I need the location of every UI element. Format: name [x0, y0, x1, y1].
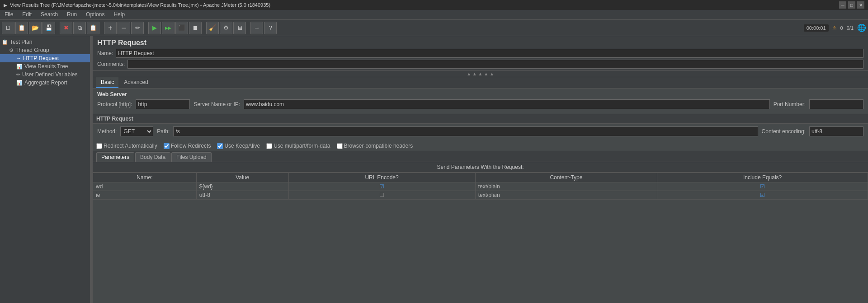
view-results-tree-label: View Results Tree: [24, 63, 68, 70]
start-no-pause-button[interactable]: ▶▶: [162, 22, 175, 34]
multipart-cb[interactable]: Use multipart/form-data: [266, 143, 330, 149]
open-button[interactable]: 📂: [29, 22, 42, 34]
page-title: HTTP Request: [97, 39, 863, 47]
menu-item-options[interactable]: Options: [81, 10, 109, 19]
user-defined-variables-icon: ✏: [16, 72, 20, 78]
checkbox-row: Redirect Automatically Follow Redirects …: [93, 141, 868, 151]
name-label: Name:: [97, 50, 113, 56]
menu-item-file[interactable]: File: [0, 10, 18, 19]
params-tab-files[interactable]: Files Upload: [171, 152, 212, 162]
redirect-auto-cb[interactable]: Redirect Automatically: [96, 143, 157, 149]
server-name-input[interactable]: [244, 99, 770, 109]
new-button[interactable]: 🗋: [2, 22, 14, 34]
follow-redirects-cb[interactable]: Follow Redirects: [164, 143, 211, 149]
follow-redirects-checkbox[interactable]: [164, 143, 170, 149]
http-request-label: HTTP Request: [23, 55, 59, 61]
open-templates-button[interactable]: 📋: [15, 22, 28, 34]
port-label: Port Number:: [774, 101, 806, 107]
params-tab-parameters[interactable]: Parameters: [96, 152, 134, 162]
method-select[interactable]: GET POST PUT DELETE: [120, 126, 153, 136]
elapsed-time: 00:00:01: [804, 24, 829, 32]
content-header: HTTP Request Name: Comments:: [93, 36, 868, 71]
sidebar-item-user-defined-variables[interactable]: ✏User Defined Variables: [0, 70, 90, 79]
test-count: 0/1: [847, 25, 854, 31]
start-button[interactable]: ▶: [148, 22, 161, 34]
http-request-subsection-title: HTTP Request: [93, 114, 868, 124]
content-panel: HTTP Request Name: Comments: ▲ ▲ ▲ ▲ ▲ B…: [93, 36, 868, 303]
path-label: Path:: [157, 128, 170, 135]
info-button[interactable]: ?: [264, 22, 277, 34]
sidebar-item-http-request[interactable]: →HTTP Request: [0, 54, 90, 62]
paste-button[interactable]: 📋: [87, 22, 99, 34]
col-include-equals: Include Equals?: [657, 173, 868, 182]
table-row: ieutf-8☐text/plain☑: [93, 191, 868, 200]
remove-button[interactable]: ─: [118, 22, 130, 34]
browser-headers-checkbox[interactable]: [337, 143, 343, 149]
multipart-checkbox[interactable]: [266, 143, 272, 149]
save-button[interactable]: 💾: [42, 22, 55, 34]
restore-button[interactable]: □: [848, 1, 855, 9]
protocol-label: Protocol [http]:: [97, 101, 132, 107]
params-table: Name: Value URL Encode? Content-Type Inc…: [93, 172, 868, 200]
menubar: FileEditSearchRunOptionsHelp: [0, 10, 868, 20]
comments-row: Comments:: [97, 60, 863, 69]
close-button[interactable]: ✕: [857, 1, 864, 9]
port-input[interactable]: [809, 99, 863, 109]
app-icon: ▶: [4, 3, 7, 8]
sidebar-item-test-plan[interactable]: 📋Test Plan: [0, 38, 90, 46]
aggregate-report-icon: 📊: [16, 80, 23, 86]
test-plan-label: Test Plan: [10, 39, 32, 45]
col-content-type: Content-Type: [475, 173, 657, 182]
tab-basic[interactable]: Basic: [96, 77, 118, 88]
name-row: Name:: [97, 49, 863, 58]
titlebar: ▶ View Results Tree (F:\JMeter\apache-jm…: [0, 0, 868, 10]
arrow-button[interactable]: →: [250, 22, 263, 34]
remote-button[interactable]: 🖥: [233, 22, 246, 34]
menu-item-search[interactable]: Search: [36, 10, 62, 19]
edit-button[interactable]: ✏: [131, 22, 144, 34]
menu-item-help[interactable]: Help: [109, 10, 129, 19]
method-path-row: Method: GET POST PUT DELETE Path: Conten…: [97, 126, 863, 136]
tab-advanced[interactable]: Advanced: [119, 77, 152, 88]
name-input[interactable]: [116, 49, 863, 58]
merge-button[interactable]: ⚙: [220, 22, 232, 34]
broom-button[interactable]: 🧹: [206, 22, 219, 34]
stop-button[interactable]: ✖: [60, 22, 72, 34]
test-plan-icon: 📋: [2, 39, 8, 45]
sidebar-item-view-results-tree[interactable]: 📊View Results Tree: [0, 62, 90, 70]
browser-headers-cb[interactable]: Browser-compatible headers: [337, 143, 413, 149]
server-label: Server Name or IP:: [193, 101, 240, 107]
comments-input[interactable]: [127, 60, 863, 69]
menu-item-run[interactable]: Run: [62, 10, 81, 19]
add-button[interactable]: +: [104, 22, 117, 34]
sidebar: 📋Test Plan⚙Thread Group→HTTP Request📊Vie…: [0, 36, 90, 303]
toolbar: 🗋 📋 📂 💾 ✖ ⧉ 📋 + ─ ✏ ▶ ▶▶ ⬛ ⏹ 🧹 ⚙ 🖥 → ? 0…: [0, 20, 868, 36]
encoding-label: Content encoding:: [762, 128, 806, 135]
scroll-up-icon: ▲ ▲ ▲ ▲ ▲: [467, 71, 494, 76]
menu-item-edit[interactable]: Edit: [18, 10, 36, 19]
main-layout: 📋Test Plan⚙Thread Group→HTTP Request📊Vie…: [0, 36, 868, 303]
redirect-auto-checkbox[interactable]: [96, 143, 102, 149]
params-tab-body[interactable]: Body Data: [135, 152, 170, 162]
window-controls: ─ □ ✕: [839, 1, 864, 9]
keepalive-checkbox[interactable]: [217, 143, 223, 149]
col-name: Name:: [93, 173, 197, 182]
path-input[interactable]: [173, 126, 758, 136]
warning-count: 0: [840, 25, 843, 31]
http-request-section: Method: GET POST PUT DELETE Path: Conten…: [93, 124, 868, 141]
copy-button[interactable]: ⧉: [73, 22, 86, 34]
encoding-input[interactable]: [809, 126, 863, 136]
thread-group-label: Thread Group: [15, 47, 49, 53]
shutdown-button[interactable]: ⏹: [189, 22, 202, 34]
stop-all-button[interactable]: ⬛: [175, 22, 188, 34]
table-row: wd${wd}☑text/plain☑: [93, 182, 868, 191]
globe-icon[interactable]: 🌐: [857, 23, 866, 32]
scroll-indicator: ▲ ▲ ▲ ▲ ▲: [93, 71, 868, 77]
http-request-icon: →: [16, 56, 21, 61]
minimize-button[interactable]: ─: [839, 1, 846, 9]
protocol-input[interactable]: [136, 99, 190, 109]
col-url-encode: URL Encode?: [288, 173, 475, 182]
sidebar-item-thread-group[interactable]: ⚙Thread Group: [0, 46, 90, 54]
keepalive-cb[interactable]: Use KeepAlive: [217, 143, 260, 149]
sidebar-item-aggregate-report[interactable]: 📊Aggregate Report: [0, 79, 90, 87]
